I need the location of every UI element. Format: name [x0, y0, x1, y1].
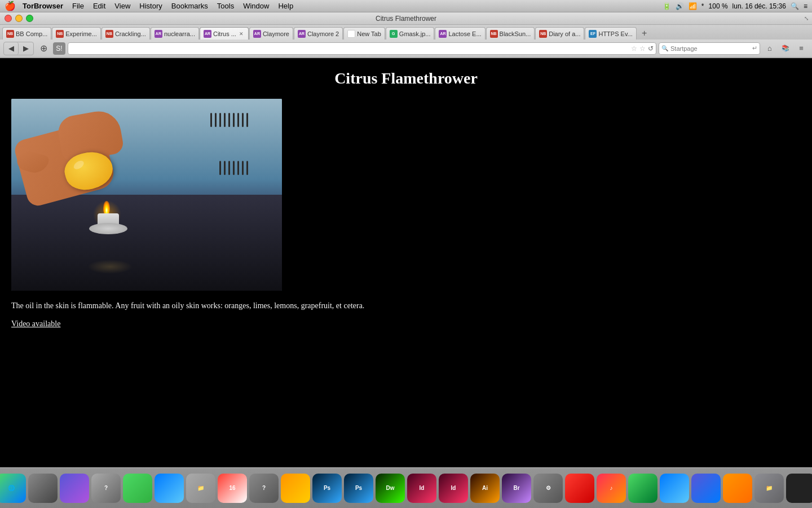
- menubar-right: 🔋 🔊 📶 * 100 % lun. 16 déc. 15:36 🔍 ≡: [663, 2, 807, 10]
- search-submit-icon[interactable]: ↵: [752, 45, 757, 52]
- dock-item-gear[interactable]: ⚙: [533, 474, 563, 503]
- grill-top: [210, 113, 248, 127]
- dock-item-ai[interactable]: Ai: [470, 474, 500, 503]
- dock-item-folder1[interactable]: 📁: [186, 474, 215, 503]
- minimize-window-button[interactable]: [15, 15, 23, 22]
- tab-favicon-claymore2: AR: [298, 30, 306, 38]
- dock-item-br[interactable]: Br: [502, 474, 531, 503]
- menubar-window[interactable]: Window: [243, 2, 269, 10]
- dock-item-folder2[interactable]: 📁: [754, 474, 784, 503]
- menubar-edit[interactable]: Edit: [93, 2, 105, 10]
- tab-favicon-newtab: [347, 30, 355, 38]
- tab-favicon-blacksun: NB: [490, 30, 498, 38]
- dock-item-globe[interactable]: 🌐: [0, 474, 26, 503]
- tab-label-citrus: Citrus ...: [213, 30, 236, 37]
- dock-item-app5[interactable]: [155, 474, 184, 503]
- tab-crackling[interactable]: NB Crackling...: [102, 27, 150, 40]
- battery-icon: 🔋: [663, 2, 671, 10]
- page-image: [11, 99, 282, 291]
- tab-claymore1[interactable]: AR Claymore: [249, 27, 293, 40]
- tab-diary[interactable]: NB Diary of a...: [535, 27, 584, 40]
- candle-flame: [103, 201, 110, 214]
- maximize-window-button[interactable]: [26, 15, 33, 22]
- tab-label-experime: Experime...: [65, 30, 97, 37]
- dock-item-music[interactable]: ♪: [597, 474, 626, 503]
- dock-item-app7[interactable]: [281, 474, 310, 503]
- tab-label-newtab: New Tab: [357, 30, 381, 37]
- tab-lactose[interactable]: AR Lactose E...: [435, 27, 485, 40]
- dock-item-app8[interactable]: [691, 474, 721, 503]
- menubar-app-name[interactable]: TorBrowser: [23, 2, 63, 10]
- url-bar-container[interactable]: ☆ ☆ ↺: [68, 42, 656, 55]
- menubar-help[interactable]: Help: [278, 2, 293, 10]
- dock-item-cal[interactable]: 16: [218, 474, 247, 503]
- bookmark-star-icon[interactable]: ☆: [631, 45, 637, 52]
- s-button[interactable]: S!: [53, 42, 65, 55]
- back-button[interactable]: ◀: [4, 42, 19, 55]
- browser-chrome: Citrus Flamethrower ⤡ NB BB Comp... NB E…: [0, 12, 812, 58]
- dock-item-id2[interactable]: Id: [439, 474, 468, 503]
- tab-favicon-lactose: AR: [439, 30, 447, 38]
- bookmarks-sidebar-button[interactable]: 📚: [778, 42, 793, 55]
- tab-favicon-bb-comp: NB: [6, 30, 14, 38]
- menubar-view[interactable]: View: [114, 2, 130, 10]
- new-tab-button[interactable]: +: [638, 27, 651, 40]
- resize-icon[interactable]: ⤡: [804, 15, 809, 21]
- menubar-tools[interactable]: Tools: [217, 2, 234, 10]
- forward-button[interactable]: ▶: [19, 42, 33, 55]
- more-tools-button[interactable]: ≡: [794, 42, 809, 55]
- tab-label-lactose: Lactose E...: [448, 30, 481, 37]
- close-window-button[interactable]: [5, 15, 12, 22]
- dock-item-black1[interactable]: [786, 474, 812, 503]
- dock-item-app6[interactable]: ?: [249, 474, 279, 503]
- tab-label-crackling: Crackling...: [115, 30, 146, 37]
- nav-buttons: ◀ ▶: [3, 42, 34, 55]
- surface-reflection: [87, 260, 133, 274]
- dock-item-ps[interactable]: Ps: [312, 474, 342, 503]
- spotlight-icon[interactable]: 🔍: [791, 2, 799, 10]
- tab-blacksun[interactable]: NB BlackSun...: [486, 27, 535, 40]
- tab-gmask[interactable]: G Gmask.jp...: [386, 27, 435, 40]
- dock-item-app4[interactable]: [123, 474, 152, 503]
- dock-item-leaf[interactable]: [628, 474, 657, 503]
- dock-item-app9[interactable]: [723, 474, 752, 503]
- tab-close-citrus[interactable]: ✕: [238, 30, 245, 37]
- menu-extras-icon[interactable]: ≡: [804, 2, 807, 10]
- tab-https[interactable]: EF HTTPS Ev...: [585, 27, 636, 40]
- page-icon-button[interactable]: ⊕: [36, 42, 51, 55]
- title-bar: Citrus Flamethrower ⤡: [0, 12, 812, 25]
- tab-label-blacksun: BlackSun...: [500, 30, 531, 37]
- tab-bb-comp[interactable]: NB BB Comp...: [2, 27, 51, 40]
- dock-item-app1[interactable]: [28, 474, 58, 503]
- url-input[interactable]: [70, 45, 629, 52]
- home-button[interactable]: ⌂: [762, 42, 777, 55]
- reload-button[interactable]: ↺: [648, 45, 654, 52]
- tab-favicon-claymore1: AR: [253, 30, 261, 38]
- tab-label-diary: Diary of a...: [549, 30, 580, 37]
- tab-claymore2[interactable]: AR Claymore 2: [294, 27, 343, 40]
- dock-item-app2[interactable]: [60, 474, 89, 503]
- dock-item-app3[interactable]: ?: [91, 474, 121, 503]
- search-input[interactable]: [670, 45, 750, 52]
- menubar-history[interactable]: History: [139, 2, 162, 10]
- tab-label-gmask: Gmask.jp...: [399, 30, 431, 37]
- tab-newtab[interactable]: New Tab: [343, 27, 385, 40]
- dock-item-circle[interactable]: [660, 474, 689, 503]
- menubar: 🍎 TorBrowser File Edit View History Book…: [0, 0, 812, 12]
- dock-item-id1[interactable]: Id: [407, 474, 436, 503]
- apple-menu[interactable]: 🍎: [5, 1, 16, 11]
- dock-item-dw[interactable]: Dw: [376, 474, 405, 503]
- tab-favicon-crackling: NB: [105, 30, 113, 38]
- video-link[interactable]: Video available: [11, 319, 60, 328]
- volume-icon: 🔊: [676, 2, 684, 10]
- dock-item-ps2[interactable]: Ps: [344, 474, 373, 503]
- menubar-file[interactable]: File: [72, 2, 84, 10]
- tab-citrus[interactable]: AR Citrus ... ✕: [200, 27, 249, 40]
- page-description: The oil in the skin is flammable. Any fr…: [11, 300, 801, 312]
- tab-experime[interactable]: NB Experime...: [52, 27, 101, 40]
- bookmark-star2-icon[interactable]: ☆: [639, 45, 646, 52]
- dock-item-red2[interactable]: [565, 474, 594, 503]
- menubar-bookmarks[interactable]: Bookmarks: [171, 2, 208, 10]
- tab-nuclearra[interactable]: AR nuclearra...: [151, 27, 199, 40]
- search-bar-container[interactable]: 🔍 ↵: [659, 42, 760, 55]
